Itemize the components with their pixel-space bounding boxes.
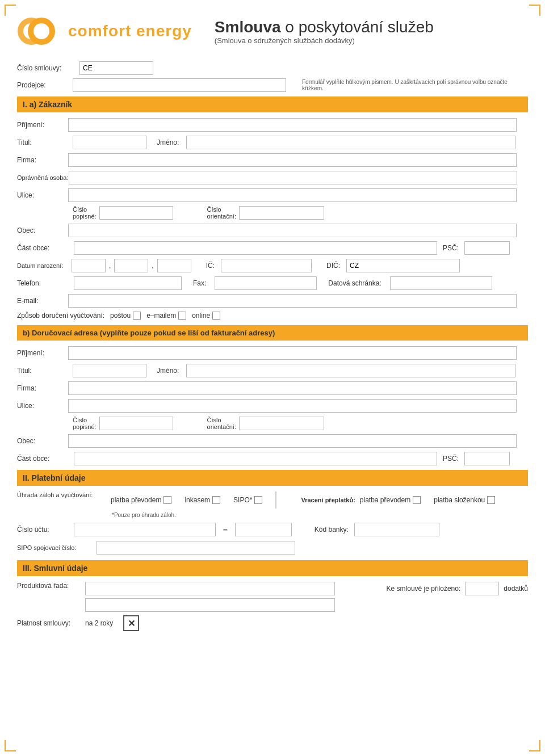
platba-prevodem-checkbox[interactable] [164, 496, 171, 504]
b-cast-obce-input[interactable] [74, 452, 437, 465]
inkasem-checkbox[interactable] [212, 496, 220, 504]
cislo-orientacni-input[interactable] [239, 206, 324, 220]
postou-group: poštou [110, 312, 141, 320]
ulice-input[interactable] [68, 188, 517, 202]
firma-row: Firma: [17, 153, 528, 167]
psc-input-a[interactable] [464, 241, 510, 255]
cast-obce-input[interactable] [74, 241, 437, 255]
b-cislo-row: Číslopopisné: Čísloorientační: [17, 417, 528, 430]
prodejce-input[interactable] [73, 78, 286, 92]
cislo-uctu-input2[interactable] [235, 523, 292, 536]
emailem-checkbox[interactable] [178, 312, 186, 320]
b-cislo-orientacni-label: Čísloorientační: [207, 417, 236, 430]
sipo-spojovaci-label: SIPO spojovací číslo: [17, 544, 91, 551]
produktova-label: Produktová řada: [17, 582, 79, 590]
telefon-input[interactable] [74, 276, 182, 290]
comma1: , [109, 262, 111, 270]
cislo-smlouvy-label: Číslo smlouvy: [17, 64, 68, 72]
opravnena-input[interactable] [69, 171, 517, 184]
datum-month-input[interactable] [114, 259, 148, 272]
platba-prevodem-group: platba převodem [111, 496, 171, 504]
firma-label: Firma: [17, 156, 68, 164]
b-ulice-input[interactable] [68, 399, 517, 413]
prodejce-row: Prodejce: Formulář vyplňte hůlkovým písm… [17, 78, 528, 92]
produktova-input2[interactable] [85, 598, 335, 612]
comma2: , [152, 262, 153, 270]
vraceni-prevodem-checkbox[interactable] [413, 496, 421, 504]
platnost-value: na 2 roky [85, 619, 113, 627]
dic-input[interactable] [346, 259, 460, 272]
datum-day-input[interactable] [72, 259, 106, 272]
fax-input[interactable] [215, 276, 317, 290]
b-firma-label: Firma: [17, 384, 68, 392]
online-checkbox[interactable] [212, 312, 220, 320]
sipo-checkbox[interactable] [254, 496, 262, 504]
b-jmeno-label: Jméno: [157, 367, 179, 375]
corner-mark-tl [5, 5, 16, 16]
sipo-group: SIPO* [233, 496, 262, 504]
platba-options: platba převodem inkasem SIPO* Vracení př… [111, 492, 495, 518]
title-area: Smlouva o poskytování služeb (Smlouva o … [215, 18, 528, 45]
b-firma-input[interactable] [68, 381, 517, 395]
sipo-row: SIPO spojovací číslo: [17, 541, 528, 555]
obec-input[interactable] [68, 224, 517, 237]
cast-psc-row-a: Část obce: PSČ: [17, 241, 528, 255]
b-obec-input[interactable] [68, 434, 517, 448]
online-label: online [192, 312, 210, 320]
produktova-fields [85, 582, 335, 612]
kod-banky-label: Kód banky: [315, 526, 349, 534]
psc-label-a: PSČ: [443, 244, 459, 252]
datum-year-input[interactable] [157, 259, 191, 272]
b-cislo-orientacni-input[interactable] [239, 417, 324, 430]
dic-label: DIČ: [326, 262, 340, 270]
cislo-orientacni-label: Čísloorientační: [207, 206, 236, 220]
datum-label: Datum narození: [17, 262, 68, 269]
dodatku-label: dodatků [504, 585, 528, 593]
cislo-smlouvy-input[interactable] [79, 61, 153, 75]
vraceni-slozenko-checkbox[interactable] [487, 496, 495, 504]
sipo-spojovaci-input[interactable] [97, 541, 295, 555]
platba-prevodem-label: platba převodem [111, 496, 161, 504]
cislo-uctu-input1[interactable] [74, 523, 216, 536]
corner-mark-br [529, 740, 540, 751]
platnost-x-box[interactable]: ✕ [123, 615, 139, 631]
titul-label: Titul: [17, 138, 68, 146]
vraceni-prevodem-group: platba převodem [360, 496, 421, 504]
cislo-popisne-input[interactable] [99, 206, 173, 220]
jmeno-input[interactable] [186, 136, 515, 149]
produktova-input1[interactable] [85, 582, 335, 595]
b-titul-label: Titul: [17, 367, 68, 375]
section-platba-header: II. Platební údaje [17, 470, 528, 486]
ke-smlouve-input[interactable] [465, 582, 499, 595]
title-bold: Smlouva [215, 18, 281, 36]
b-prijmeni-row: Příjmení: [17, 346, 528, 360]
b-jmeno-input[interactable] [186, 364, 515, 377]
produktova-row: Produktová řada: Ke smlouvě je přiloženo… [17, 582, 528, 612]
prijmeni-input[interactable] [68, 118, 517, 132]
platba-note: *Pouze pro úhradu záloh. [111, 512, 495, 518]
logo-area: comfort energy [17, 11, 192, 51]
b-psc-input[interactable] [464, 452, 510, 465]
email-input[interactable] [68, 294, 517, 308]
ico-input[interactable] [221, 259, 312, 272]
jmeno-label: Jméno: [157, 138, 179, 146]
b-cislo-popisne-input[interactable] [99, 417, 173, 430]
email-row: E-mail: [17, 294, 528, 308]
corner-mark-tr [529, 5, 540, 16]
cislo-popisne-group: Číslopopisné: [73, 206, 173, 220]
b-ulice-row: Ulice: [17, 399, 528, 413]
b-prijmeni-label: Příjmení: [17, 349, 68, 357]
b-prijmeni-input[interactable] [68, 346, 517, 360]
postou-checkbox[interactable] [133, 312, 141, 320]
logo-icon [17, 11, 62, 51]
titul-input[interactable] [73, 136, 146, 149]
platnost-label: Platnost smlouvy: [17, 619, 79, 627]
sipo-label: SIPO* [233, 496, 252, 504]
ke-smlouve-label: Ke smlouvě je přiloženo: [387, 585, 461, 593]
b-titul-input[interactable] [73, 364, 146, 377]
vraceni-slozenko-label: platba složenkou [434, 496, 485, 504]
kod-banky-input[interactable] [354, 523, 439, 536]
firma-input[interactable] [68, 153, 517, 167]
datova-input[interactable] [390, 276, 492, 290]
doruceni-label: Způsob doručení vyúčtování: [17, 312, 104, 320]
